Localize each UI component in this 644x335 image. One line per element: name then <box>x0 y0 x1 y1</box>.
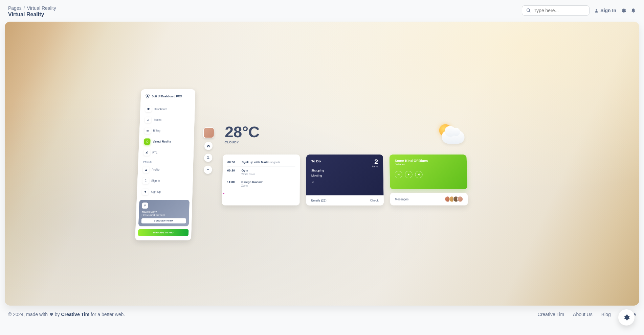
todo-expand[interactable] <box>311 178 378 184</box>
sidebar-brand[interactable]: Soft UI Dashboard PRO <box>143 93 193 102</box>
nav-profile[interactable]: Profile <box>140 165 190 175</box>
schedule-item[interactable]: 08:00 Synk up with MarkHangouts <box>227 158 295 166</box>
weather-icon <box>432 123 464 145</box>
check-link[interactable]: Check <box>370 199 378 202</box>
cloud-icon <box>441 130 465 144</box>
nav-vr[interactable]: Virtual Reality <box>141 137 191 147</box>
brand-name: Soft UI Dashboard PRO <box>151 95 182 98</box>
right-cards: Some Kind Of Blues Deftones Messages <box>390 154 468 205</box>
svg-point-0 <box>527 9 530 11</box>
breadcrumb-current: Virtual Reality <box>27 5 56 11</box>
search-input[interactable] <box>534 8 585 13</box>
nav-billing[interactable]: Billing <box>142 126 192 136</box>
todo-item: Shopping <box>311 168 378 173</box>
emails-row[interactable]: Emails (21) Check <box>306 195 384 206</box>
avatar[interactable] <box>203 127 214 138</box>
chevron-down-icon <box>222 192 299 195</box>
next-button[interactable] <box>415 171 422 178</box>
messages-label: Messages <box>395 197 408 201</box>
schedule-time: 08:00 <box>227 161 238 164</box>
bell-icon[interactable] <box>631 8 636 13</box>
stats-icon <box>145 117 151 123</box>
help-title: Need Help? <box>141 211 186 214</box>
settings-fab[interactable] <box>618 309 635 323</box>
cards-row: 08:00 Synk up with MarkHangouts 09:30 Gy… <box>222 154 468 205</box>
home-button[interactable] <box>204 142 213 150</box>
search-wrap[interactable] <box>522 5 590 16</box>
schedule-sub: World Class <box>241 173 295 175</box>
quick-column <box>202 127 214 174</box>
signin-label: Sign In <box>600 8 616 13</box>
nav-section-pages: PAGES <box>141 159 191 165</box>
svg-rect-7 <box>148 119 148 121</box>
nav-label: Tables <box>153 118 161 121</box>
schedule-time: 11:00 <box>227 180 238 187</box>
nav-signin[interactable]: Sign In <box>140 176 190 186</box>
schedule-expand[interactable] <box>222 190 299 196</box>
cube-icon <box>144 138 151 145</box>
profile-icon <box>142 166 149 173</box>
messages-card[interactable]: Messages <box>390 193 468 205</box>
footer-link[interactable]: Creative Tim <box>538 312 564 317</box>
search-icon <box>206 156 210 159</box>
home-icon <box>207 144 210 147</box>
schedule-sub: Zoom <box>241 184 295 187</box>
play-icon <box>407 173 410 176</box>
music-artist: Deftones <box>395 163 462 166</box>
emails-label: Emails (21) <box>311 199 326 202</box>
nav-label: Sign In <box>151 179 160 183</box>
play-button[interactable] <box>405 171 412 178</box>
footer-text: by <box>55 312 61 317</box>
todo-item: Meeting <box>311 173 378 178</box>
svg-rect-5 <box>147 97 148 98</box>
schedule-card: 08:00 Synk up with MarkHangouts 09:30 Gy… <box>222 154 299 205</box>
schedule-title: Design Review <box>241 180 295 184</box>
svg-rect-10 <box>147 130 149 131</box>
nav-label: Virtual Reality <box>153 140 171 143</box>
heart-icon <box>49 312 53 317</box>
minus-icon <box>206 168 209 171</box>
condition: CLOUDY <box>224 140 259 144</box>
weather-text: 28°C CLOUDY <box>224 124 260 144</box>
todo-count-label: items <box>372 165 378 168</box>
chevron-down-icon <box>311 181 378 184</box>
svg-rect-4 <box>148 95 149 96</box>
svg-line-13 <box>208 158 209 159</box>
breadcrumb-area: Pages / Virtual Reality Virtual Reality <box>8 5 56 18</box>
svg-rect-3 <box>146 95 148 96</box>
prev-icon <box>397 173 400 176</box>
help-sub: Please check our docs <box>141 214 186 216</box>
help-card: Need Help? Please check our docs DOCUMEN… <box>138 200 189 226</box>
schedule-title: Gym <box>241 169 295 172</box>
search-button[interactable] <box>204 154 212 162</box>
nav-label: Billing <box>153 129 160 132</box>
nav-rtl[interactable]: RTL <box>141 147 191 158</box>
next-icon <box>417 173 420 176</box>
gear-icon[interactable] <box>621 8 626 13</box>
minimize-button[interactable] <box>203 166 212 174</box>
breadcrumb-root[interactable]: Pages <box>8 5 22 11</box>
brand-logo-icon <box>145 94 150 99</box>
nav-tables[interactable]: Tables <box>142 115 192 125</box>
footer-link[interactable]: Blog <box>601 312 611 317</box>
todo-top: To Do 2 items Shopping Meeting <box>306 154 383 195</box>
svg-line-1 <box>529 11 530 12</box>
footer-link[interactable]: About Us <box>573 312 593 317</box>
schedule-item[interactable]: 09:30 Gym World Class <box>227 166 295 178</box>
vr-stage: Soft UI Dashboard PRO Dashboard Tables B… <box>5 22 639 306</box>
svg-rect-6 <box>147 120 147 121</box>
svg-point-2 <box>596 9 597 10</box>
card-icon <box>144 127 151 134</box>
topbar: Pages / Virtual Reality Virtual Reality … <box>0 0 644 22</box>
documentation-button[interactable]: DOCUMENTATION <box>141 218 186 223</box>
schedule-item[interactable]: 11:00 Design Review Zoom <box>227 178 295 190</box>
prev-button[interactable] <box>395 171 402 178</box>
nav-signup[interactable]: Sign Up <box>139 187 190 197</box>
music-controls <box>395 171 462 178</box>
nav-dashboard[interactable]: Dashboard <box>142 104 192 114</box>
signin-link[interactable]: Sign In <box>594 8 616 13</box>
breadcrumb-sep: / <box>24 5 25 11</box>
upgrade-button[interactable]: UPGRADE TO PRO <box>138 229 188 236</box>
page-title: Virtual Reality <box>8 11 56 18</box>
footer-brand[interactable]: Creative Tim <box>61 312 89 317</box>
